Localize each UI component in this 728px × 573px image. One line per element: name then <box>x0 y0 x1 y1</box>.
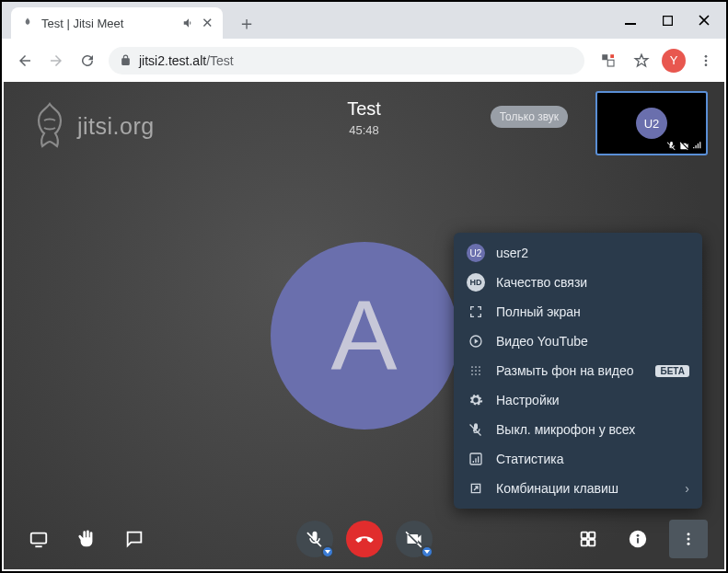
svg-rect-4 <box>610 54 614 58</box>
play-circle-icon <box>467 334 485 349</box>
menu-item-fullscreen[interactable]: Полный экран <box>454 297 702 327</box>
signal-icon <box>692 141 702 151</box>
jitsi-favicon-icon <box>20 16 35 30</box>
forward-button[interactable] <box>40 45 72 76</box>
address-bar[interactable]: jitsi2.test.alt/Test <box>109 47 584 74</box>
menu-item-shortcuts[interactable]: Комбинации клавиш › <box>454 474 702 503</box>
main-avatar: A <box>271 242 458 430</box>
mic-options-chevron-icon[interactable] <box>321 545 334 558</box>
maximize-button[interactable] <box>649 6 686 34</box>
fullscreen-icon <box>467 304 485 319</box>
menu-item-quality[interactable]: HD Качество связи <box>454 268 702 297</box>
camera-options-chevron-icon[interactable] <box>421 545 433 558</box>
chevron-right-icon: › <box>685 481 689 496</box>
open-new-icon <box>467 481 485 496</box>
hd-icon: HD <box>467 273 485 292</box>
svg-rect-22 <box>582 540 587 545</box>
mic-muted-icon <box>666 141 676 151</box>
lock-icon <box>120 54 132 66</box>
svg-point-25 <box>637 534 640 537</box>
window-controls <box>612 2 722 39</box>
microphone-toggle-button[interactable] <box>296 521 333 557</box>
stats-icon <box>467 452 485 466</box>
menu-item-stats[interactable]: Статистика <box>454 444 702 474</box>
browser-chrome: Test | Jitsi Meet ✕ ＋ jitsi2.test.alt/Te <box>2 2 726 82</box>
back-button[interactable] <box>9 45 40 76</box>
thumbnail-avatar: U2 <box>636 108 667 139</box>
camera-toggle-button[interactable] <box>396 521 433 557</box>
audio-only-badge[interactable]: Только звук <box>491 106 568 128</box>
tile-view-button[interactable] <box>570 521 607 557</box>
cam-off-icon <box>679 141 689 151</box>
svg-rect-0 <box>625 23 636 25</box>
menu-item-mute-all[interactable]: Выкл. микрофон у всех <box>454 415 702 444</box>
beta-badge: БЕТА <box>655 365 689 377</box>
translate-extension-icon[interactable] <box>595 48 621 74</box>
svg-point-13 <box>475 370 477 372</box>
raise-hand-button[interactable] <box>68 521 105 557</box>
participant-thumbnail[interactable]: U2 <box>595 91 708 155</box>
jitsi-app: jitsi.org Test 45:48 Только звук U2 A U2… <box>4 82 724 569</box>
gear-icon <box>467 393 485 407</box>
svg-rect-23 <box>589 540 595 545</box>
info-button[interactable] <box>619 521 656 557</box>
blur-icon <box>467 363 485 378</box>
new-tab-button[interactable]: ＋ <box>234 10 260 36</box>
svg-point-28 <box>688 538 690 541</box>
more-actions-button[interactable] <box>669 520 708 558</box>
url-text: jitsi2.test.alt/Test <box>139 53 234 68</box>
bookmark-star-button[interactable] <box>629 48 654 74</box>
svg-point-29 <box>688 543 690 545</box>
svg-point-9 <box>471 366 473 368</box>
svg-point-16 <box>475 373 477 375</box>
toolbar-right-icons: Y <box>590 48 719 74</box>
call-toolbar <box>4 509 724 569</box>
svg-rect-20 <box>582 533 587 538</box>
window-close-button[interactable] <box>686 6 722 34</box>
browser-tab[interactable]: Test | Jitsi Meet ✕ <box>11 7 223 39</box>
svg-rect-19 <box>31 533 47 544</box>
thumbnail-status-icons <box>666 141 702 151</box>
profile-avatar[interactable]: Y <box>662 49 686 73</box>
screen-share-button[interactable] <box>20 521 57 557</box>
svg-rect-3 <box>607 60 614 66</box>
svg-point-14 <box>479 370 480 372</box>
reload-button[interactable] <box>72 45 103 76</box>
speaker-icon[interactable] <box>182 17 195 29</box>
svg-rect-1 <box>663 16 672 25</box>
menu-item-youtube[interactable]: Видео YouTube <box>454 327 702 356</box>
hangup-button[interactable] <box>346 521 383 557</box>
menu-item-profile[interactable]: U2 user2 <box>454 238 702 268</box>
chat-button[interactable] <box>116 521 153 557</box>
svg-rect-2 <box>602 54 607 60</box>
svg-point-10 <box>475 366 477 368</box>
tab-title: Test | Jitsi Meet <box>41 17 177 30</box>
svg-point-17 <box>479 373 480 375</box>
svg-point-5 <box>705 55 708 58</box>
mic-off-icon <box>467 422 485 437</box>
svg-point-11 <box>479 366 480 368</box>
tab-bar: Test | Jitsi Meet ✕ ＋ <box>2 2 726 39</box>
more-actions-menu: U2 user2 HD Качество связи Полный экран … <box>454 233 702 509</box>
address-bar-row: jitsi2.test.alt/Test Y <box>2 39 726 82</box>
menu-item-blur[interactable]: Размыть фон на видео БЕТА <box>454 356 702 385</box>
svg-rect-21 <box>589 533 595 538</box>
svg-rect-26 <box>637 538 639 544</box>
browser-menu-button[interactable] <box>693 48 719 74</box>
svg-point-27 <box>688 533 690 535</box>
minimize-button[interactable] <box>612 6 649 34</box>
svg-point-7 <box>705 63 708 66</box>
tab-close-button[interactable]: ✕ <box>201 15 214 31</box>
menu-item-settings[interactable]: Настройки <box>454 385 702 415</box>
svg-point-12 <box>471 370 473 372</box>
svg-point-15 <box>471 373 473 375</box>
user-avatar-icon: U2 <box>467 244 485 262</box>
svg-point-6 <box>705 59 708 62</box>
